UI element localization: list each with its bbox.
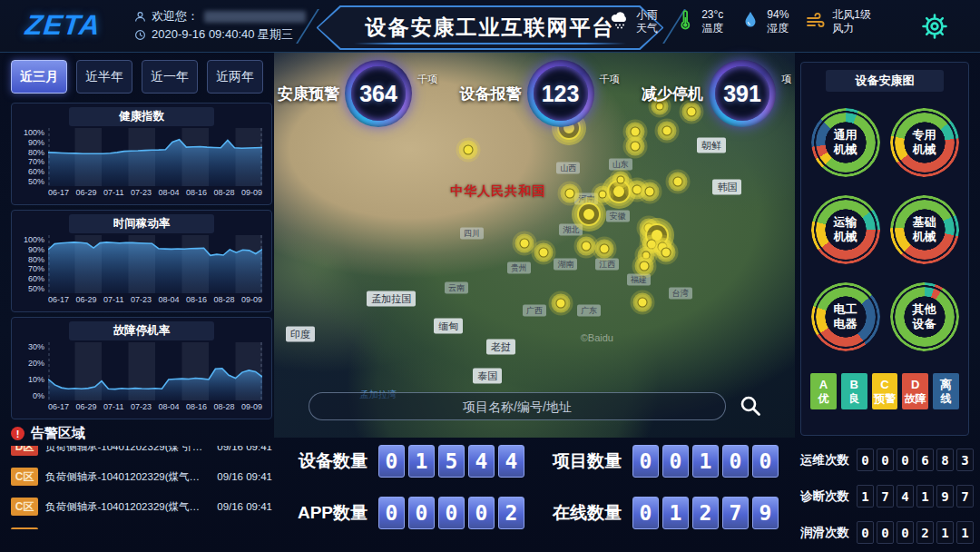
map-label: 缅甸 <box>434 319 463 334</box>
map-marker[interactable] <box>565 188 575 198</box>
map-marker[interactable] <box>563 122 575 134</box>
map-marker[interactable] <box>598 191 606 199</box>
map-marker[interactable] <box>616 175 624 183</box>
counter-label: 润滑次数 <box>800 525 849 541</box>
alert-row-0[interactable]: D区负荷侧轴承-10401202329(煤 引风机电...09/16 09:41 <box>11 446 272 457</box>
counter-label: 运维次数 <box>800 452 849 468</box>
map-label: 印度 <box>286 326 315 341</box>
digit-cell: 9 <box>752 497 779 529</box>
alert-row-3[interactable]: C区齿轮箱输入端-10401202412(2#（2V）...09/16 09:4… <box>11 527 272 529</box>
digit-cell: 0 <box>897 448 914 471</box>
map-marker[interactable] <box>655 103 663 111</box>
digit-cell: 4 <box>897 485 914 508</box>
gauge-基础机械[interactable]: 基础机械 <box>890 195 959 264</box>
gauge-其他设备[interactable]: 其他设备 <box>890 282 959 351</box>
datetime-text: 2020-9-16 09:40:40 星期三 <box>152 25 293 44</box>
map-marker[interactable] <box>582 241 592 251</box>
map-marker[interactable] <box>539 248 549 258</box>
counter-0: 运维次数000683 <box>800 448 969 471</box>
digit-cell: 1 <box>662 497 689 529</box>
counter-label: 诊断次数 <box>800 488 849 505</box>
digit-cell: 0 <box>378 445 405 478</box>
clock-icon <box>134 29 146 41</box>
digit-cell: 4 <box>498 445 524 478</box>
map-marker[interactable] <box>630 126 640 136</box>
map-marker[interactable] <box>599 244 609 254</box>
gauge-专用机械[interactable]: 专用机械 <box>890 108 959 177</box>
stat-digits: 00100 <box>632 445 779 478</box>
map-marker[interactable] <box>555 299 565 309</box>
filter-button-1[interactable]: 近半年 <box>76 60 132 94</box>
gauge-label: 基础机械 <box>890 195 959 264</box>
map-marker[interactable] <box>662 126 672 136</box>
header: ZETA 欢迎您： 2020-9-16 09:40:40 星期三 设备安康工业互… <box>0 0 980 53</box>
digit-cell: 0 <box>722 445 749 478</box>
map-marker[interactable] <box>661 248 671 258</box>
alert-text: 负荷侧轴承-10401202329(煤气引风机电... <box>45 470 210 484</box>
alert-list[interactable]: D区负荷侧轴承-10401202329(煤 引风机电...09/16 09:41… <box>11 446 272 529</box>
map-label: 山东 <box>609 158 632 170</box>
trend-charts: 健康指数100%90%80%70%60%50%06-1706-2907-1107… <box>11 103 272 419</box>
map-marker[interactable] <box>645 186 655 196</box>
digit-cell: 0 <box>877 448 894 471</box>
filter-button-0[interactable]: 近三月 <box>11 60 67 94</box>
map-marker[interactable] <box>612 185 625 198</box>
weather-item-3: 北风1级风力 <box>805 8 871 35</box>
digit-cell: 0 <box>632 497 659 529</box>
map-marker[interactable] <box>463 144 473 154</box>
map-marker[interactable] <box>638 297 648 307</box>
dashboard: ZETA 欢迎您： 2020-9-16 09:40:40 星期三 设备安康工业互… <box>0 0 980 552</box>
map-label: ©Baidu <box>581 332 613 343</box>
chart-plot <box>48 342 262 400</box>
alert-text: 负荷侧轴承-10401202329(煤 引风机电... <box>45 446 210 454</box>
map-marker[interactable] <box>639 261 649 271</box>
chart-panel-downtime: 故障停机率30%20%10%0%06-1706-2907-1107-2308-0… <box>11 317 272 419</box>
map-label: 福建 <box>627 274 651 286</box>
wind-icon <box>805 9 827 34</box>
legend-item-D: D故障 <box>902 373 928 409</box>
map-label: 贵州 <box>507 262 531 274</box>
digit-cell: 0 <box>857 448 874 471</box>
map-marker[interactable] <box>632 184 642 194</box>
alert-time: 09/16 09:41 <box>217 501 272 512</box>
map-marker[interactable] <box>687 106 697 116</box>
map-marker[interactable] <box>642 251 651 259</box>
device-health-panel: 设备安康图 通用机械专用机械运输机械基础机械电工电器其他设备 A优B良C预警D故… <box>800 62 969 436</box>
search-icon[interactable] <box>739 394 762 418</box>
chart-title: 故障停机率 <box>69 321 214 340</box>
digit-cell: 0 <box>877 521 894 544</box>
gear-icon[interactable] <box>918 10 951 43</box>
map-country-name: 中华人民共和国 <box>450 183 545 200</box>
digit-cell: 0 <box>632 445 659 478</box>
left-column: 近三月近半年近一年近两年 健康指数100%90%80%70%60%50%06-1… <box>11 60 272 529</box>
weather-label: 风力 <box>832 22 871 35</box>
gauge-电工电器[interactable]: 电工电器 <box>811 282 880 351</box>
map-label: 泰国 <box>473 369 502 384</box>
map-marker[interactable] <box>647 240 657 250</box>
map-label: 湖南 <box>554 259 577 271</box>
filter-button-2[interactable]: 近一年 <box>142 60 198 94</box>
search-input[interactable] <box>309 392 726 420</box>
alert-row-1[interactable]: C区负荷侧轴承-10401202329(煤气引风机电...09/16 09:41 <box>11 467 272 487</box>
chart-panel-timeuse: 时间稼动率100%90%80%70%60%50%06-1706-2907-110… <box>11 210 272 312</box>
device-health-title: 设备安康图 <box>826 70 944 92</box>
map-label: 四川 <box>460 228 484 240</box>
bottom-stat-2: APP数量00002 <box>281 497 535 529</box>
map-label: 湖北 <box>559 224 583 236</box>
alert-row-2[interactable]: C区负荷侧轴承-10401202329(煤气引风机电...09/16 09:41 <box>11 497 272 517</box>
gauge-通用机械[interactable]: 通用机械 <box>811 108 880 177</box>
map-marker[interactable] <box>672 177 682 187</box>
gauge-运输机械[interactable]: 运输机械 <box>811 195 880 264</box>
filter-button-3[interactable]: 近两年 <box>207 60 263 94</box>
digit-cell: 7 <box>877 485 894 508</box>
digit-cell: 8 <box>936 448 954 471</box>
weather-label: 天气 <box>636 22 658 35</box>
map-marker[interactable] <box>630 142 640 152</box>
chart-plot <box>48 235 262 293</box>
gauge-label: 其他设备 <box>890 282 959 351</box>
weather-label: 湿度 <box>767 22 789 35</box>
map-marker[interactable] <box>519 238 529 248</box>
map-label: 韩国 <box>712 180 741 195</box>
map-marker[interactable] <box>583 208 595 221</box>
china-map[interactable]: 中华人民共和国朝鲜韩国印度孟加拉国缅甸老挝泰国孟加拉湾四川云南贵州湖南广西广东江… <box>274 53 795 438</box>
